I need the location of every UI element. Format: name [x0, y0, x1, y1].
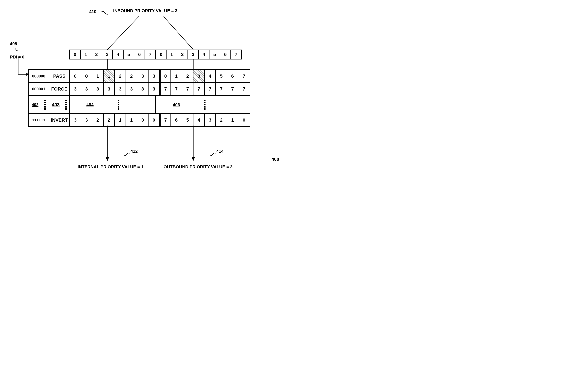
- pdi-mapping-table: 000000 PASS 0 0 1 1 2 2 3 3 0 1 2 3 4 5 …: [28, 69, 250, 127]
- outbound-cell: 1: [227, 114, 238, 126]
- outbound-cell: 7: [160, 83, 171, 95]
- header-cell: 2: [91, 50, 102, 60]
- svg-line-0: [107, 16, 139, 50]
- svg-marker-10: [192, 157, 195, 161]
- internal-cell: 3: [92, 83, 103, 95]
- header-cell: 3: [188, 50, 199, 60]
- header-cell: 4: [112, 50, 124, 60]
- outbound-cell: 1: [171, 70, 182, 82]
- header-cell: 6: [134, 50, 145, 60]
- pdi-name: PASS: [49, 70, 70, 82]
- outbound-cell: 7: [205, 83, 216, 95]
- outbound-cell: 6: [227, 70, 238, 82]
- internal-priority-text: INTERNAL PRIORITY VALUE = 1: [78, 164, 143, 169]
- pdi-index: 111111: [29, 114, 49, 126]
- header-cell: 0: [69, 50, 81, 60]
- priority-index-header: 0 1 2 3 4 5 6 7 0 1 2 3 4 5 6 7: [69, 50, 242, 60]
- table-row-pass: 000000 PASS 0 0 1 1 2 2 3 3 0 1 2 3 4 5 …: [29, 70, 250, 83]
- internal-cell: 0: [70, 70, 81, 82]
- header-cell: 1: [166, 50, 177, 60]
- outbound-cell: 7: [216, 83, 227, 95]
- col-406-ref: 406: [156, 96, 242, 114]
- outbound-cell: 6: [171, 114, 182, 126]
- internal-cell: 3: [70, 114, 81, 126]
- internal-cell: 3: [126, 83, 137, 95]
- outbound-cell-highlighted: 3: [193, 70, 205, 82]
- internal-cell: 0: [81, 70, 92, 82]
- outbound-cell: 0: [238, 114, 250, 126]
- internal-cell: 0: [149, 114, 160, 126]
- header-cell: 7: [144, 50, 156, 60]
- ref-403-text: 403: [52, 102, 60, 107]
- header-cell: 5: [123, 50, 134, 60]
- table-row-ellipsis: 402 403 404 406: [29, 96, 250, 114]
- col-402-ref: 402: [29, 96, 49, 114]
- diagram-container: 410 INBOUND PRIORITY VALUE = 3 408 PDI =…: [8, 8, 289, 190]
- internal-cell: 0: [137, 114, 149, 126]
- svg-marker-8: [106, 157, 109, 161]
- ref-402-text: 402: [32, 102, 38, 107]
- internal-cell: 3: [115, 83, 126, 95]
- pdi-name: FORCE: [49, 83, 70, 95]
- header-cell: 7: [230, 50, 242, 60]
- internal-cell: 3: [137, 83, 149, 95]
- squiggle-414: [209, 152, 217, 157]
- outbound-cell: 4: [205, 70, 216, 82]
- outbound-cell: 7: [182, 83, 193, 95]
- outbound-cell: 7: [171, 83, 182, 95]
- output-arrows: [8, 126, 289, 162]
- internal-cell: 2: [92, 114, 103, 126]
- internal-cell: 3: [137, 70, 149, 82]
- ref-408: 408: [10, 41, 24, 46]
- internal-cell: 2: [115, 70, 126, 82]
- pdi-name: INVERT: [49, 114, 70, 126]
- ref-412: 412: [130, 149, 138, 154]
- pdi-index: 000000: [29, 70, 49, 82]
- internal-cell-highlighted: 1: [103, 70, 115, 82]
- ref-414: 414: [217, 149, 224, 154]
- internal-cell: 1: [92, 70, 103, 82]
- inbound-connector-lines: [8, 8, 289, 51]
- outbound-cell: 7: [227, 83, 238, 95]
- outbound-cell: 2: [182, 70, 193, 82]
- outbound-cell: 3: [205, 114, 216, 126]
- outbound-cell: 7: [238, 83, 250, 95]
- header-cell: 4: [198, 50, 209, 60]
- col-403-ref: 403: [49, 96, 70, 114]
- header-cell: 2: [177, 50, 188, 60]
- outbound-cell: 5: [216, 70, 227, 82]
- outbound-cell: 5: [182, 114, 193, 126]
- squiggle-412: [123, 152, 130, 157]
- ref-412-group: 412: [130, 149, 138, 154]
- outbound-cell: 7: [160, 114, 171, 126]
- header-to-row-connectors: [8, 60, 289, 70]
- figure-ref-400: 400: [271, 157, 279, 162]
- outbound-cell: 4: [193, 114, 205, 126]
- vertical-dots-icon: [44, 99, 46, 111]
- outbound-cell: 0: [160, 70, 171, 82]
- header-cell: 0: [155, 50, 166, 60]
- col-404-ref: 404: [70, 96, 156, 114]
- header-cell: 6: [220, 50, 231, 60]
- internal-cell: 1: [126, 114, 137, 126]
- outbound-priority-text: OUTBOUND PRIORITY VALUE = 3: [164, 164, 232, 169]
- internal-cell: 2: [126, 70, 137, 82]
- ref-414-group: 414: [217, 149, 224, 154]
- internal-cell: 3: [103, 83, 115, 95]
- internal-cell: 2: [103, 114, 115, 126]
- internal-cell: 3: [70, 83, 81, 95]
- svg-line-1: [164, 16, 193, 50]
- internal-cell: 3: [149, 70, 160, 82]
- ref-406-text: 406: [173, 102, 180, 107]
- outbound-cell: 7: [238, 70, 250, 82]
- header-cell: 3: [102, 50, 113, 60]
- outbound-cell: 7: [193, 83, 205, 95]
- table-row-invert: 111111 INVERT 3 3 2 2 1 1 0 0 7 6 5 4 3 …: [29, 114, 250, 126]
- pdi-index: 000001: [29, 83, 49, 95]
- vertical-dots-icon: [118, 99, 119, 111]
- ref-404-text: 404: [86, 102, 93, 107]
- header-cell: 1: [80, 50, 91, 60]
- header-cell: 5: [209, 50, 220, 60]
- vertical-dots-icon: [204, 99, 205, 111]
- squiggle-408: [13, 47, 19, 52]
